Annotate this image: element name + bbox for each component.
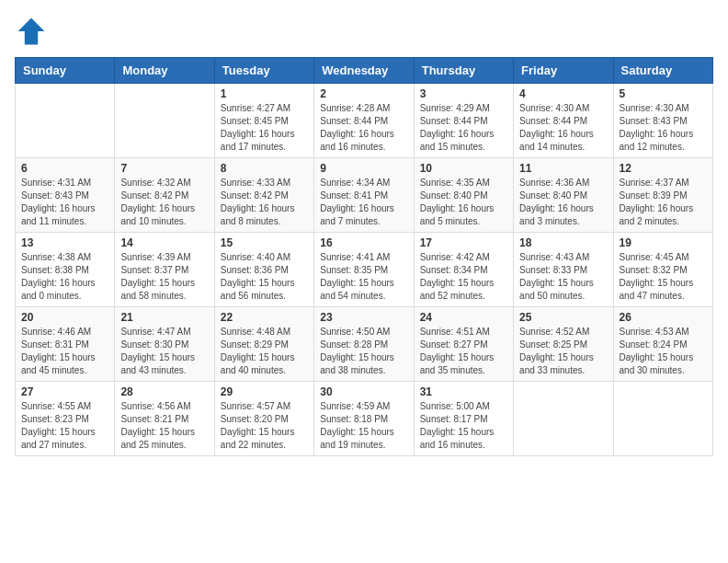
calendar-cell: 14Sunrise: 4:39 AM Sunset: 8:37 PM Dayli… — [115, 233, 214, 307]
page-header — [15, 15, 713, 48]
day-number: 4 — [519, 87, 607, 100]
calendar-header-saturday: Saturday — [613, 58, 712, 84]
calendar-cell — [16, 84, 115, 158]
day-number: 15 — [221, 236, 308, 249]
calendar-cell: 5Sunrise: 4:30 AM Sunset: 8:43 PM Daylig… — [613, 84, 712, 158]
day-info: Sunrise: 4:56 AM Sunset: 8:21 PM Dayligh… — [120, 400, 208, 452]
day-info: Sunrise: 4:45 AM Sunset: 8:32 PM Dayligh… — [620, 251, 707, 303]
calendar-cell — [514, 382, 613, 456]
calendar-header-tuesday: Tuesday — [214, 58, 313, 84]
day-number: 5 — [620, 87, 707, 100]
day-number: 11 — [519, 162, 607, 175]
day-info: Sunrise: 4:27 AM Sunset: 8:45 PM Dayligh… — [221, 102, 308, 154]
day-info: Sunrise: 4:34 AM Sunset: 8:41 PM Dayligh… — [320, 177, 407, 228]
day-info: Sunrise: 4:46 AM Sunset: 8:31 PM Dayligh… — [21, 326, 108, 377]
day-info: Sunrise: 4:31 AM Sunset: 8:43 PM Dayligh… — [21, 177, 108, 228]
day-number: 25 — [519, 311, 607, 324]
day-info: Sunrise: 4:59 AM Sunset: 8:18 PM Dayligh… — [320, 400, 407, 452]
day-info: Sunrise: 4:52 AM Sunset: 8:25 PM Dayligh… — [519, 326, 607, 377]
day-info: Sunrise: 4:38 AM Sunset: 8:38 PM Dayligh… — [21, 251, 108, 303]
day-number: 30 — [320, 385, 407, 398]
day-number: 17 — [420, 236, 507, 249]
calendar-week-3: 13Sunrise: 4:38 AM Sunset: 8:38 PM Dayli… — [16, 233, 713, 307]
logo-icon — [15, 15, 48, 48]
calendar-cell: 16Sunrise: 4:41 AM Sunset: 8:35 PM Dayli… — [314, 233, 414, 307]
calendar-table: SundayMondayTuesdayWednesdayThursdayFrid… — [15, 57, 713, 456]
calendar-cell: 11Sunrise: 4:36 AM Sunset: 8:40 PM Dayli… — [514, 158, 613, 233]
calendar-week-5: 27Sunrise: 4:55 AM Sunset: 8:23 PM Dayli… — [16, 382, 713, 456]
calendar-cell: 25Sunrise: 4:52 AM Sunset: 8:25 PM Dayli… — [514, 307, 613, 382]
day-number: 27 — [21, 385, 108, 398]
day-info: Sunrise: 5:00 AM Sunset: 8:17 PM Dayligh… — [420, 400, 507, 452]
day-info: Sunrise: 4:41 AM Sunset: 8:35 PM Dayligh… — [320, 251, 407, 303]
calendar-cell — [115, 84, 214, 158]
day-number: 3 — [420, 87, 507, 100]
day-number: 7 — [120, 162, 208, 175]
svg-marker-0 — [18, 18, 45, 45]
day-number: 16 — [320, 236, 407, 249]
day-number: 1 — [221, 87, 308, 100]
day-number: 31 — [420, 385, 507, 398]
calendar-header-row: SundayMondayTuesdayWednesdayThursdayFrid… — [16, 58, 713, 84]
day-info: Sunrise: 4:57 AM Sunset: 8:20 PM Dayligh… — [221, 400, 308, 452]
calendar-cell: 7Sunrise: 4:32 AM Sunset: 8:42 PM Daylig… — [115, 158, 214, 233]
calendar-cell: 20Sunrise: 4:46 AM Sunset: 8:31 PM Dayli… — [16, 307, 115, 382]
calendar-cell: 9Sunrise: 4:34 AM Sunset: 8:41 PM Daylig… — [314, 158, 414, 233]
day-number: 18 — [519, 236, 607, 249]
calendar-cell: 18Sunrise: 4:43 AM Sunset: 8:33 PM Dayli… — [514, 233, 613, 307]
calendar-cell: 24Sunrise: 4:51 AM Sunset: 8:27 PM Dayli… — [414, 307, 513, 382]
day-number: 9 — [320, 162, 407, 175]
day-number: 6 — [21, 162, 108, 175]
day-number: 2 — [320, 87, 407, 100]
calendar-header-monday: Monday — [115, 58, 214, 84]
logo — [15, 15, 51, 48]
day-info: Sunrise: 4:53 AM Sunset: 8:24 PM Dayligh… — [620, 326, 707, 377]
day-number: 29 — [221, 385, 308, 398]
calendar-cell: 4Sunrise: 4:30 AM Sunset: 8:44 PM Daylig… — [514, 84, 613, 158]
day-number: 14 — [120, 236, 208, 249]
calendar-header-sunday: Sunday — [16, 58, 115, 84]
calendar-cell: 28Sunrise: 4:56 AM Sunset: 8:21 PM Dayli… — [115, 382, 214, 456]
calendar-week-4: 20Sunrise: 4:46 AM Sunset: 8:31 PM Dayli… — [16, 307, 713, 382]
day-number: 26 — [620, 311, 707, 324]
calendar-cell: 19Sunrise: 4:45 AM Sunset: 8:32 PM Dayli… — [613, 233, 712, 307]
day-info: Sunrise: 4:33 AM Sunset: 8:42 PM Dayligh… — [221, 177, 308, 228]
day-info: Sunrise: 4:36 AM Sunset: 8:40 PM Dayligh… — [519, 177, 607, 228]
day-number: 13 — [21, 236, 108, 249]
calendar-cell: 2Sunrise: 4:28 AM Sunset: 8:44 PM Daylig… — [314, 84, 414, 158]
day-info: Sunrise: 4:40 AM Sunset: 8:36 PM Dayligh… — [221, 251, 308, 303]
calendar-cell: 10Sunrise: 4:35 AM Sunset: 8:40 PM Dayli… — [414, 158, 513, 233]
calendar-cell: 29Sunrise: 4:57 AM Sunset: 8:20 PM Dayli… — [214, 382, 313, 456]
calendar-cell: 13Sunrise: 4:38 AM Sunset: 8:38 PM Dayli… — [16, 233, 115, 307]
calendar-cell: 21Sunrise: 4:47 AM Sunset: 8:30 PM Dayli… — [115, 307, 214, 382]
calendar-header-friday: Friday — [514, 58, 613, 84]
calendar-cell: 3Sunrise: 4:29 AM Sunset: 8:44 PM Daylig… — [414, 84, 513, 158]
day-info: Sunrise: 4:48 AM Sunset: 8:29 PM Dayligh… — [221, 326, 308, 377]
day-info: Sunrise: 4:30 AM Sunset: 8:44 PM Dayligh… — [519, 102, 607, 154]
calendar-cell: 26Sunrise: 4:53 AM Sunset: 8:24 PM Dayli… — [613, 307, 712, 382]
calendar-cell: 22Sunrise: 4:48 AM Sunset: 8:29 PM Dayli… — [214, 307, 313, 382]
calendar-cell: 12Sunrise: 4:37 AM Sunset: 8:39 PM Dayli… — [613, 158, 712, 233]
day-number: 28 — [120, 385, 208, 398]
calendar-cell: 8Sunrise: 4:33 AM Sunset: 8:42 PM Daylig… — [214, 158, 313, 233]
day-number: 20 — [21, 311, 108, 324]
day-number: 8 — [221, 162, 308, 175]
calendar-cell: 17Sunrise: 4:42 AM Sunset: 8:34 PM Dayli… — [414, 233, 513, 307]
day-number: 23 — [320, 311, 407, 324]
day-info: Sunrise: 4:55 AM Sunset: 8:23 PM Dayligh… — [21, 400, 108, 452]
calendar-cell: 27Sunrise: 4:55 AM Sunset: 8:23 PM Dayli… — [16, 382, 115, 456]
calendar-cell: 30Sunrise: 4:59 AM Sunset: 8:18 PM Dayli… — [314, 382, 414, 456]
calendar-cell — [613, 382, 712, 456]
day-number: 10 — [420, 162, 507, 175]
day-number: 21 — [120, 311, 208, 324]
day-number: 22 — [221, 311, 308, 324]
day-info: Sunrise: 4:35 AM Sunset: 8:40 PM Dayligh… — [420, 177, 507, 228]
calendar-cell: 1Sunrise: 4:27 AM Sunset: 8:45 PM Daylig… — [214, 84, 313, 158]
day-info: Sunrise: 4:32 AM Sunset: 8:42 PM Dayligh… — [120, 177, 208, 228]
day-number: 24 — [420, 311, 507, 324]
day-info: Sunrise: 4:39 AM Sunset: 8:37 PM Dayligh… — [120, 251, 208, 303]
calendar-cell: 23Sunrise: 4:50 AM Sunset: 8:28 PM Dayli… — [314, 307, 414, 382]
day-info: Sunrise: 4:28 AM Sunset: 8:44 PM Dayligh… — [320, 102, 407, 154]
day-number: 12 — [620, 162, 707, 175]
day-number: 19 — [620, 236, 707, 249]
